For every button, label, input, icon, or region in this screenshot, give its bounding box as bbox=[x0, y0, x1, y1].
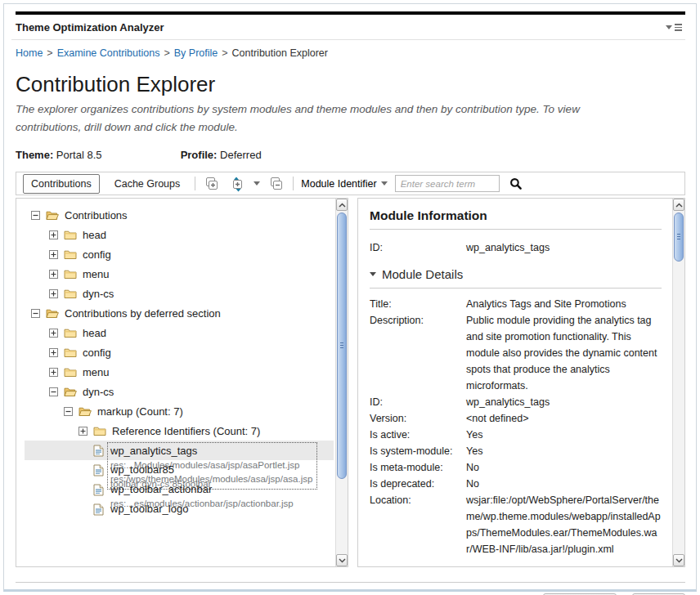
app-header: Theme Optimization Analyzer bbox=[11, 15, 685, 40]
tree-scrollbar-thumb[interactable] bbox=[337, 212, 347, 479]
expand-levels-icon[interactable] bbox=[228, 175, 246, 193]
tree-node-menu[interactable]: menu bbox=[25, 362, 335, 382]
tree-node-config[interactable]: config bbox=[25, 342, 335, 362]
tree-node-markup-count-7-[interactable]: markup (Count: 7) bbox=[25, 401, 335, 421]
breadcrumb-separator: > bbox=[164, 47, 169, 59]
chevron-down-icon bbox=[381, 181, 388, 186]
breadcrumb-item-contribution-explorer: Contribution Explorer bbox=[232, 47, 328, 59]
contribution-tree: Contributionsheadconfigmenudyn-csContrib… bbox=[16, 199, 335, 519]
tree-node-label[interactable]: dyn-cs bbox=[83, 386, 114, 398]
detail-row-description-: Description:Public module providing the … bbox=[370, 312, 662, 394]
scroll-down-icon[interactable] bbox=[336, 554, 348, 566]
tree-node-label[interactable]: markup (Count: 7) bbox=[97, 405, 183, 418]
tree-node-head[interactable]: head bbox=[25, 225, 335, 244]
tree-module-label[interactable]: wp_toolbar85 bbox=[110, 463, 211, 477]
tree-node-dyn-cs[interactable]: dyn-cs bbox=[25, 284, 335, 303]
scroll-down-icon[interactable] bbox=[673, 554, 684, 566]
tree-node-head[interactable]: head bbox=[25, 323, 335, 342]
breadcrumb-item-by-profile[interactable]: By Profile bbox=[174, 47, 218, 59]
expand-node-icon[interactable] bbox=[49, 348, 58, 357]
expand-node-icon[interactable] bbox=[49, 270, 58, 279]
tab-cache-groups[interactable]: Cache Groups bbox=[107, 175, 188, 193]
tree-node-label[interactable]: Contributions by deferred section bbox=[65, 307, 221, 320]
collapse-triangle-icon bbox=[370, 272, 376, 276]
detail-value: Yes bbox=[466, 427, 662, 443]
tree-module-label[interactable]: wp_toolbar_actionbar bbox=[110, 482, 294, 497]
profile-label: Profile: bbox=[181, 149, 218, 161]
tree-node-label[interactable]: menu bbox=[83, 268, 110, 280]
tree-node-label[interactable]: head bbox=[83, 327, 106, 339]
tree-scrollbar[interactable] bbox=[335, 199, 348, 566]
detail-row-location-: Location:wsjar:file:/opt/WebSphere/Porta… bbox=[370, 492, 662, 557]
detail-row-is-meta-module-: Is meta-module:No bbox=[370, 459, 662, 476]
expand-node-icon[interactable] bbox=[79, 427, 88, 436]
detail-value: Yes bbox=[466, 443, 662, 459]
detail-label: ID: bbox=[370, 394, 466, 410]
folder-closed-icon bbox=[64, 367, 77, 378]
collapse-node-icon[interactable] bbox=[49, 387, 58, 396]
document-icon bbox=[93, 445, 104, 457]
collapse-node-icon[interactable] bbox=[64, 407, 73, 416]
tree-node-label[interactable]: menu bbox=[83, 366, 110, 378]
detail-value: Public module providing the analytics ta… bbox=[466, 312, 662, 394]
tree-node-label[interactable]: dyn-cs bbox=[83, 288, 114, 300]
tree-node-label[interactable]: Reference Identifiers (Count: 7) bbox=[112, 425, 260, 437]
scroll-up-icon[interactable] bbox=[336, 199, 348, 211]
tree-module-label[interactable]: wp_analytics_tags bbox=[110, 444, 312, 459]
document-icon bbox=[93, 464, 104, 476]
tree-node-label[interactable]: head bbox=[83, 229, 106, 241]
module-details-rows: Title:Analytics Tags and Site Promotions… bbox=[370, 296, 662, 557]
search-field-dropdown[interactable]: Module Identifier bbox=[301, 178, 387, 190]
detail-value: No bbox=[466, 459, 662, 476]
collapse-node-icon[interactable] bbox=[31, 211, 40, 220]
tree-node-menu[interactable]: menu bbox=[25, 264, 335, 284]
expand-node-icon[interactable] bbox=[49, 250, 58, 259]
expand-node-icon[interactable] bbox=[49, 230, 58, 239]
tree-node-reference-identifiers-count-7-[interactable]: Reference Identifiers (Count: 7) bbox=[25, 421, 335, 441]
module-information-heading: Module Information bbox=[370, 208, 662, 230]
breadcrumb-item-examine-contributions[interactable]: Examine Contributions bbox=[57, 47, 160, 59]
detail-row-is-active-: Is active:Yes bbox=[370, 427, 662, 443]
tree-node-dyn-cs[interactable]: dyn-cs bbox=[25, 382, 335, 401]
profile-value: Deferred bbox=[220, 149, 262, 161]
contribution-tree-panel: Contributionsheadconfigmenudyn-csContrib… bbox=[16, 198, 348, 567]
expand-node-icon[interactable] bbox=[49, 289, 58, 298]
expand-node-icon[interactable] bbox=[49, 329, 58, 338]
tree-module-wp-analytics-tags[interactable]: wp_analytics_tagsres:...Modules/modules/… bbox=[25, 441, 334, 460]
breadcrumb-item-home[interactable]: Home bbox=[16, 47, 43, 59]
toolbar: Contributions Cache Groups bbox=[16, 172, 685, 195]
tree-module-label[interactable]: wp_toolbar_logo bbox=[110, 502, 188, 517]
tree-module-wp-toolbar-actionbar[interactable]: wp_toolbar_actionbarres:...es/modules/ac… bbox=[25, 480, 335, 499]
folder-closed-icon bbox=[64, 328, 77, 338]
list-dropdown-icon[interactable] bbox=[666, 24, 682, 31]
tree-node-contributions-by-deferred-section[interactable]: Contributions by deferred section bbox=[25, 303, 335, 323]
tree-node-label[interactable]: Contributions bbox=[65, 209, 128, 221]
page-description: The explorer organizes contributions by … bbox=[16, 101, 625, 136]
module-details-section-header[interactable]: Module Details bbox=[370, 267, 662, 289]
detail-value: No bbox=[466, 476, 662, 492]
tab-contributions[interactable]: Contributions bbox=[23, 174, 100, 194]
footer: Previous Next bbox=[11, 583, 685, 595]
search-input[interactable] bbox=[395, 175, 500, 192]
tree-node-label[interactable]: config bbox=[83, 248, 111, 261]
details-scrollbar-thumb[interactable] bbox=[674, 212, 684, 262]
scroll-up-icon[interactable] bbox=[673, 199, 684, 211]
tree-node-config[interactable]: config bbox=[25, 244, 335, 264]
detail-label: Is meta-module: bbox=[370, 459, 466, 476]
folder-closed-icon bbox=[64, 269, 77, 280]
app-title: Theme Optimization Analyzer bbox=[16, 21, 164, 34]
expand-node-icon[interactable] bbox=[49, 368, 58, 377]
detail-value: <not defined> bbox=[466, 410, 662, 427]
collapse-node-icon[interactable] bbox=[31, 309, 40, 318]
detail-value: Analytics Tags and Site Promotions bbox=[466, 296, 662, 312]
tree-node-label[interactable]: config bbox=[83, 347, 111, 359]
breadcrumb-separator: > bbox=[222, 47, 227, 59]
folder-closed-icon bbox=[64, 289, 77, 299]
expand-levels-caret-icon[interactable] bbox=[254, 181, 260, 186]
collapse-all-icon[interactable] bbox=[267, 175, 285, 193]
capabilities-section-header[interactable]: Capabilities (Count: 2) bbox=[370, 565, 662, 566]
details-scrollbar[interactable] bbox=[672, 199, 684, 566]
tree-node-contributions[interactable]: Contributions bbox=[25, 205, 335, 225]
expand-all-icon[interactable] bbox=[203, 175, 221, 193]
search-icon[interactable] bbox=[507, 175, 525, 193]
